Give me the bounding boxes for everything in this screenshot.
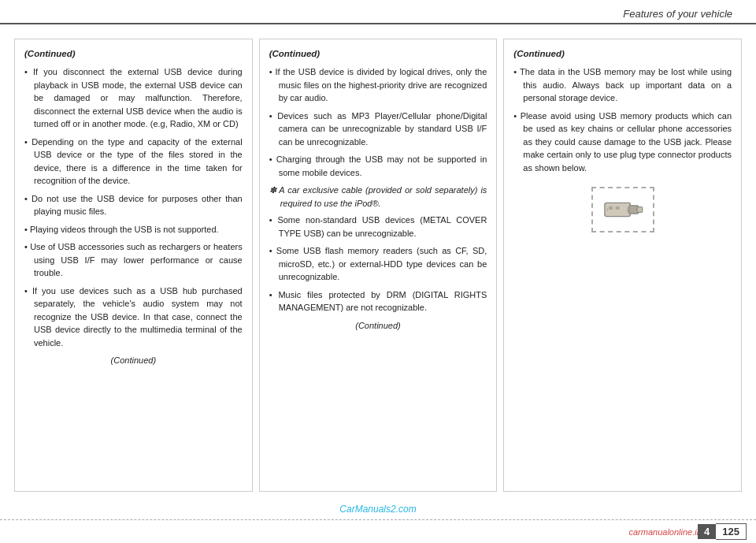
list-item: Charging through the USB may not be supp… — [269, 153, 487, 179]
column-3: (Continued) The data in the USB memory m… — [503, 39, 742, 492]
list-item: Devices such as MP3 Player/Cellular phon… — [269, 110, 487, 149]
list-item: Depending on the type and capacity of th… — [24, 136, 243, 188]
watermark-1: CarManuals2.com — [339, 504, 416, 515]
page-number-box: 4 125 — [698, 523, 747, 540]
col2-title: (Continued) — [269, 47, 487, 61]
column-2: (Continued) If the USB device is divided… — [259, 39, 498, 492]
content-area: (Continued) If you disconnect the extern… — [0, 24, 756, 500]
list-item: Please avoid using USB memory products w… — [513, 110, 732, 175]
list-item: If you disconnect the external USB devic… — [24, 65, 243, 131]
col1-continued: (Continued) — [24, 354, 243, 367]
list-item: If you use devices such as a USB hub pur… — [24, 285, 243, 350]
list-item: Music files protected by DRM (DIGITAL RI… — [269, 288, 487, 314]
page-section: 4 — [698, 524, 716, 539]
page-footer: 4 125 — [0, 519, 756, 543]
list-item: Use of USB accessories such as recharger… — [24, 240, 243, 280]
svg-rect-2 — [637, 207, 643, 213]
page-number: 125 — [716, 523, 747, 540]
col2-list2: Some non-standard USB devices (METAL COV… — [269, 214, 487, 314]
col3-title: (Continued) — [513, 47, 732, 61]
svg-rect-3 — [609, 206, 613, 210]
column-1: (Continued) If you disconnect the extern… — [14, 39, 253, 492]
col2-continued: (Continued) — [269, 319, 487, 333]
list-item: Do not use the USB device for purposes o… — [24, 192, 243, 218]
col1-title: (Continued) — [24, 47, 243, 61]
usb-icon — [599, 193, 647, 226]
list-item: The data in the USB memory may be lost w… — [513, 65, 732, 105]
page-title: Features of your vehicle — [623, 8, 732, 20]
list-item: Some USB flash memory readers (such as C… — [269, 244, 487, 284]
list-item: Some non-standard USB devices (METAL COV… — [269, 214, 487, 240]
col2-list: If the USB device is divided by logical … — [269, 65, 487, 179]
col2-note: A car exclusive cable (provided or sold … — [269, 184, 487, 210]
svg-rect-4 — [615, 206, 619, 210]
col1-list: If you disconnect the external USB devic… — [24, 65, 243, 349]
list-item: Playing videos through the USB is not su… — [24, 223, 243, 236]
usb-image-box — [591, 187, 654, 232]
list-item: If the USB device is divided by logical … — [269, 65, 487, 105]
col3-list: The data in the USB memory may be lost w… — [513, 65, 732, 179]
page-header: Features of your vehicle — [0, 0, 756, 24]
